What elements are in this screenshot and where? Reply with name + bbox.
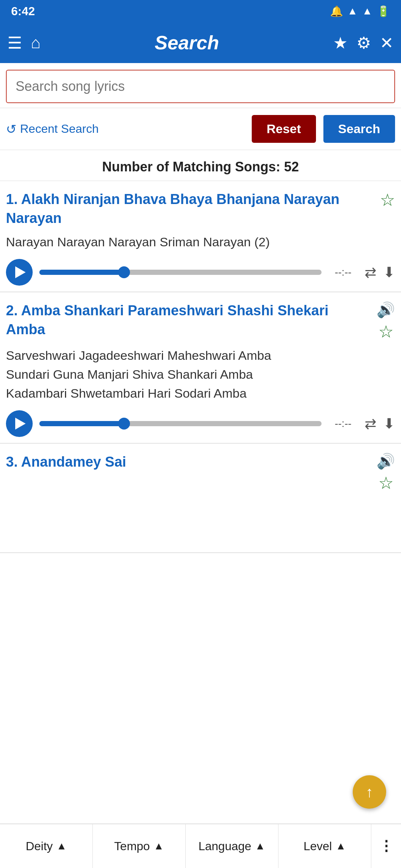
star-button[interactable]: ☆ — [378, 473, 394, 493]
star-button[interactable]: ☆ — [378, 322, 394, 342]
download-icon[interactable]: ⬇ — [383, 415, 395, 432]
progress-fill — [39, 421, 124, 426]
song-item: 2. Amba Shankari Parameshwari Shashi She… — [0, 292, 401, 444]
menu-icon[interactable] — [7, 33, 22, 52]
progress-dot — [118, 418, 130, 430]
search-input[interactable] — [6, 70, 395, 103]
song-item: 1. Alakh Niranjan Bhava Bhaya Bhanjana N… — [0, 181, 401, 292]
battery-icon: 🔋 — [377, 5, 390, 17]
more-icon: ⋮ — [379, 838, 393, 854]
song-title[interactable]: 1. Alakh Niranjan Bhava Bhaya Bhanjana N… — [6, 190, 380, 228]
language-chevron-icon: ▲ — [255, 840, 265, 852]
song-item: 3. Anandamey Sai 🔊 ☆ — [0, 444, 401, 553]
song-header: 1. Alakh Niranjan Bhava Bhaya Bhanjana N… — [6, 190, 395, 228]
play-button[interactable] — [6, 259, 33, 286]
player-row: --:-- ⇄ ⬇ — [6, 259, 395, 286]
song-lyrics: Sarveshwari Jagadeeshwari Maheshwari Amb… — [6, 346, 395, 403]
reset-button[interactable]: Reset — [252, 115, 316, 143]
history-icon: ↺ — [6, 122, 16, 137]
search-bar-container — [0, 63, 401, 108]
page-title: Search — [41, 32, 333, 54]
level-filter[interactable]: Level ▲ — [278, 824, 371, 868]
time-display: --:-- — [328, 266, 358, 278]
song-title[interactable]: 2. Amba Shankari Parameshwari Shashi She… — [6, 301, 376, 339]
notification-icon: 🔔 — [330, 5, 343, 17]
tempo-chevron-icon: ▲ — [154, 840, 164, 852]
progress-track[interactable] — [39, 421, 322, 426]
progress-dot — [118, 266, 130, 278]
navbar: Search — [0, 22, 401, 63]
action-row: ↺ Recent Search Reset Search — [0, 108, 401, 150]
star-button[interactable]: ☆ — [380, 190, 395, 210]
repeat-icon[interactable]: ⇄ — [365, 264, 376, 280]
song-header: 2. Amba Shankari Parameshwari Shashi She… — [6, 301, 395, 342]
level-chevron-icon: ▲ — [336, 840, 346, 852]
song-actions: 🔊 ☆ — [376, 301, 395, 342]
settings-icon[interactable] — [356, 33, 371, 52]
scroll-top-button[interactable]: ↑ — [353, 775, 386, 809]
repeat-icon[interactable]: ⇄ — [365, 415, 376, 432]
status-icons: 🔔 ▲ ▲ 🔋 — [330, 5, 390, 17]
search-button[interactable]: Search — [323, 115, 395, 143]
favorites-icon[interactable] — [333, 33, 348, 52]
deity-filter[interactable]: Deity ▲ — [0, 824, 93, 868]
progress-track[interactable] — [39, 270, 322, 275]
language-filter[interactable]: Language ▲ — [186, 824, 278, 868]
sound-icon: 🔊 — [376, 301, 395, 319]
navbar-left — [7, 33, 41, 52]
song-actions: ☆ — [380, 190, 395, 210]
play-button[interactable] — [6, 410, 33, 437]
sound-icon: 🔊 — [376, 453, 395, 470]
signal-icon: ▲ — [362, 5, 372, 17]
close-icon[interactable] — [380, 33, 394, 52]
deity-chevron-icon: ▲ — [56, 840, 67, 852]
time-display: --:-- — [328, 418, 358, 430]
progress-fill — [39, 270, 124, 275]
home-icon[interactable] — [31, 33, 41, 52]
tempo-filter[interactable]: Tempo ▲ — [93, 824, 186, 868]
download-icon[interactable]: ⬇ — [383, 264, 395, 280]
song-header: 3. Anandamey Sai 🔊 ☆ — [6, 453, 395, 493]
recent-search-label[interactable]: ↺ Recent Search — [6, 122, 244, 137]
status-time: 6:42 — [11, 4, 35, 18]
more-filter[interactable]: ⋮ — [371, 824, 401, 868]
song-title[interactable]: 3. Anandamey Sai — [6, 453, 376, 471]
song-lyrics: Narayan Narayan Narayan Sriman Narayan (… — [6, 233, 395, 251]
status-bar: 6:42 🔔 ▲ ▲ 🔋 — [0, 0, 401, 22]
wifi-icon: ▲ — [348, 5, 358, 17]
player-row: --:-- ⇄ ⬇ — [6, 410, 395, 437]
results-header: Number of Matching Songs: 52 — [0, 150, 401, 181]
song-actions: 🔊 ☆ — [376, 453, 395, 493]
filter-bar: Deity ▲ Tempo ▲ Language ▲ Level ▲ ⋮ — [0, 823, 401, 868]
navbar-right — [333, 33, 394, 52]
